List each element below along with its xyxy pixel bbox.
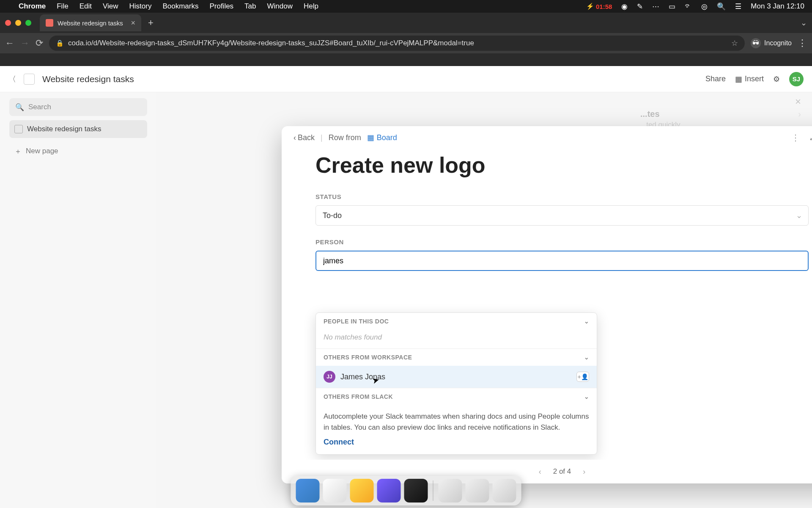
menu-tab[interactable]: Tab — [244, 2, 256, 11]
new-page-button[interactable]: ＋ New page — [9, 142, 147, 160]
user-avatar[interactable]: SJ — [789, 72, 804, 86]
sidebar-search[interactable]: 🔍 Search — [9, 98, 147, 116]
insert-grid-icon: ▦ — [735, 75, 742, 84]
dock-app-notes[interactable] — [350, 479, 374, 502]
menu-view[interactable]: View — [103, 2, 118, 11]
menubar-app-name[interactable]: Chrome — [19, 2, 46, 11]
doc-title[interactable]: Website redesign tasks — [42, 74, 134, 84]
dock-app-finder[interactable] — [296, 479, 320, 502]
incognito-label: Incognito — [764, 39, 792, 47]
url-text: coda.io/d/Website-redesign-tasks_dSmUH7K… — [68, 39, 474, 47]
coda-body: 🔍 Search Website redesign tasks ＋ New pa… — [0, 92, 812, 508]
minimize-window-icon[interactable] — [15, 20, 21, 26]
menu-file[interactable]: File — [57, 2, 68, 11]
lock-icon[interactable]: 🔒 — [56, 39, 64, 47]
battery-icon[interactable]: ▭ — [669, 2, 675, 11]
row-from-label: Row from — [329, 133, 361, 142]
menu-window[interactable]: Window — [267, 2, 293, 11]
incognito-icon: 🕶 — [751, 38, 761, 48]
person-label: PERSON — [315, 238, 809, 246]
insert-button[interactable]: ▦ Insert — [735, 75, 764, 84]
person-input[interactable] — [323, 257, 801, 265]
reload-button[interactable]: ⟳ — [36, 38, 43, 49]
sidebar-page-item[interactable]: Website redesign tasks — [9, 120, 147, 138]
menu-help[interactable]: Help — [304, 2, 318, 11]
status-icon[interactable]: ⋯ — [652, 2, 659, 11]
sidebar-page-label: Website redesign tasks — [27, 125, 101, 133]
chevron-down-icon: ⌄ — [584, 318, 590, 325]
board-link[interactable]: ▦ Board — [367, 133, 397, 142]
spotlight-icon[interactable]: 🔍 — [717, 2, 726, 11]
new-tab-button[interactable]: + — [145, 17, 157, 28]
menu-edit[interactable]: Edit — [80, 2, 92, 11]
browser-tab[interactable]: Website redesign tasks × — [40, 14, 141, 31]
status-label: STATUS — [315, 193, 809, 200]
macos-dock[interactable] — [291, 476, 521, 505]
person-avatar: JJ — [324, 371, 335, 383]
doc-back-icon[interactable]: 〈 — [8, 74, 16, 84]
modal-back-button[interactable]: ‹ Back — [294, 133, 315, 142]
coda-app: 〈 Website redesign tasks Share ▦ Insert … — [0, 66, 812, 508]
forward-button: → — [20, 38, 30, 49]
modal-header: ‹ Back | Row from ▦ Board ⋮ ⤢ × — [282, 126, 812, 149]
dock-app[interactable] — [377, 479, 401, 502]
bookmark-star-icon[interactable]: ☆ — [731, 39, 738, 48]
dropdown-section-slack[interactable]: OTHERS FROM SLACK ⌄ — [316, 388, 597, 405]
incognito-indicator[interactable]: 🕶 Incognito — [751, 38, 792, 48]
close-window-icon[interactable] — [5, 20, 11, 26]
row-modal: ‹ Back | Row from ▦ Board ⋮ ⤢ × — [282, 126, 812, 483]
dock-app-terminal[interactable] — [404, 479, 428, 502]
status-icon[interactable]: ✎ — [637, 2, 643, 11]
dock-app-chrome[interactable] — [323, 479, 347, 502]
menu-bookmarks[interactable]: Bookmarks — [162, 2, 198, 11]
doc-icon[interactable] — [24, 74, 35, 85]
menubar-clock[interactable]: Mon 3 Jan 12:10 — [751, 2, 804, 11]
maximize-window-icon[interactable] — [25, 20, 31, 26]
chrome-menu-icon[interactable]: ⋮ — [798, 38, 807, 49]
modal-more-icon[interactable]: ⋮ — [791, 133, 800, 143]
tab-overflow-icon[interactable]: ⌄ — [801, 18, 807, 28]
slack-connect-button[interactable]: Connect — [316, 434, 597, 454]
control-center-icon[interactable]: ◎ — [701, 2, 708, 11]
person-field[interactable] — [315, 251, 809, 271]
settings-gear-icon[interactable]: ⚙ — [773, 75, 780, 84]
person-dropdown: PEOPLE IN THIS DOC ⌄ No matches found OT… — [315, 312, 597, 455]
chrome-tabbar: Website redesign tasks × + ⌄ — [0, 13, 812, 33]
share-button[interactable]: Share — [705, 75, 726, 83]
modal-body: Create new logo STATUS To-do ⌄ PERSON — [282, 149, 812, 460]
chrome-address-bar: ← → ⟳ 🔒 coda.io/d/Website-redesign-tasks… — [0, 33, 812, 53]
chrome-window: Website redesign tasks × + ⌄ ← → ⟳ 🔒 cod… — [0, 13, 812, 508]
pager-next-button[interactable]: › — [579, 466, 589, 478]
dock-app[interactable] — [466, 479, 489, 502]
dropdown-no-match: No matches found — [316, 330, 597, 348]
wifi-icon[interactable]: ᯤ — [685, 2, 692, 11]
search-placeholder: Search — [28, 103, 51, 111]
dock-app[interactable] — [439, 479, 462, 502]
add-person-icon[interactable]: +👤 — [576, 372, 589, 382]
menu-history[interactable]: History — [129, 2, 151, 11]
back-button[interactable]: ← — [5, 38, 14, 49]
status-value: To-do — [323, 211, 342, 220]
page-icon — [14, 125, 23, 133]
pager-label: 2 of 4 — [553, 467, 571, 476]
chevron-down-icon: ⌄ — [796, 211, 802, 220]
menu-extra-icon[interactable]: ☰ — [735, 2, 741, 11]
close-tab-icon[interactable]: × — [131, 19, 135, 28]
dock-trash-icon[interactable] — [493, 479, 516, 502]
window-traffic-lights[interactable] — [5, 20, 31, 26]
menu-profiles[interactable]: Profiles — [209, 2, 233, 11]
row-title[interactable]: Create new logo — [315, 152, 809, 178]
battery-indicator[interactable]: ⚡01:58 — [586, 3, 612, 10]
pager-prev-button[interactable]: ‹ — [535, 466, 545, 478]
dropdown-section-people-in-doc[interactable]: PEOPLE IN THIS DOC ⌄ — [316, 313, 597, 330]
dropdown-person-item[interactable]: JJ James Jonas +👤 — [316, 366, 597, 388]
search-icon: 🔍 — [15, 103, 24, 112]
board-icon: ▦ — [367, 133, 374, 142]
chevron-down-icon: ⌄ — [584, 393, 590, 400]
modal-expand-icon[interactable]: ⤢ — [809, 133, 812, 143]
omnibox[interactable]: 🔒 coda.io/d/Website-redesign-tasks_dSmUH… — [49, 36, 745, 51]
dropdown-section-workspace[interactable]: OTHERS FROM WORKSPACE ⌄ — [316, 348, 597, 366]
status-icon[interactable]: ◉ — [621, 2, 628, 11]
status-select[interactable]: To-do ⌄ — [315, 205, 809, 226]
tab-favicon — [46, 19, 53, 27]
